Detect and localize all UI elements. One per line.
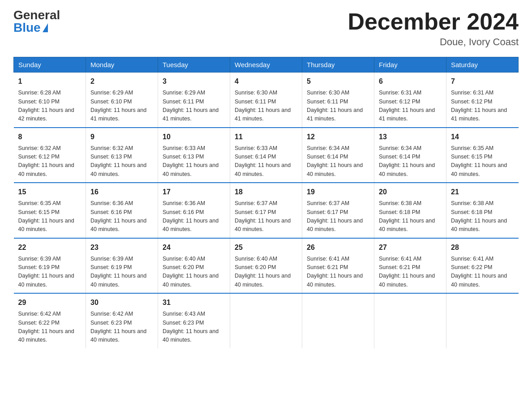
page-header: General Blue December 2024 Doue, Ivory C… — [13, 9, 519, 48]
day-number: 28 — [451, 242, 514, 253]
logo: General Blue — [13, 9, 60, 34]
day-info: Sunrise: 6:34 AMSunset: 6:14 PMDaylight:… — [379, 144, 442, 179]
day-number: 14 — [451, 132, 514, 142]
table-row: 29Sunrise: 6:42 AMSunset: 6:22 PMDayligh… — [14, 293, 86, 348]
table-row: 10Sunrise: 6:33 AMSunset: 6:13 PMDayligh… — [158, 128, 230, 183]
day-number: 16 — [90, 187, 153, 197]
day-number: 10 — [163, 132, 225, 142]
table-row: 28Sunrise: 6:41 AMSunset: 6:22 PMDayligh… — [446, 238, 519, 294]
table-row: 27Sunrise: 6:41 AMSunset: 6:21 PMDayligh… — [374, 238, 446, 294]
day-number: 20 — [379, 187, 442, 197]
day-number: 19 — [307, 187, 369, 197]
day-number: 30 — [90, 297, 153, 308]
day-number: 3 — [163, 76, 225, 87]
table-row — [446, 293, 519, 348]
day-number: 27 — [379, 242, 442, 253]
col-tuesday: Tuesday — [158, 57, 230, 73]
table-row: 25Sunrise: 6:40 AMSunset: 6:20 PMDayligh… — [230, 238, 302, 294]
day-number: 17 — [163, 187, 225, 197]
table-row: 22Sunrise: 6:39 AMSunset: 6:19 PMDayligh… — [14, 238, 86, 294]
day-number: 15 — [18, 187, 82, 197]
day-number: 2 — [90, 76, 153, 87]
day-number: 26 — [307, 242, 369, 253]
day-info: Sunrise: 6:38 AMSunset: 6:18 PMDaylight:… — [451, 199, 514, 234]
table-row: 26Sunrise: 6:41 AMSunset: 6:21 PMDayligh… — [302, 238, 374, 294]
day-info: Sunrise: 6:43 AMSunset: 6:23 PMDaylight:… — [163, 310, 225, 345]
day-number: 24 — [163, 242, 225, 253]
col-wednesday: Wednesday — [230, 57, 302, 73]
day-info: Sunrise: 6:31 AMSunset: 6:12 PMDaylight:… — [379, 89, 442, 124]
day-number: 22 — [18, 242, 82, 253]
day-number: 9 — [90, 132, 153, 142]
table-row: 23Sunrise: 6:39 AMSunset: 6:19 PMDayligh… — [86, 238, 158, 294]
day-info: Sunrise: 6:37 AMSunset: 6:17 PMDaylight:… — [235, 199, 297, 234]
day-number: 7 — [451, 76, 514, 87]
table-row: 3Sunrise: 6:29 AMSunset: 6:11 PMDaylight… — [158, 73, 230, 128]
day-number: 23 — [90, 242, 153, 253]
day-info: Sunrise: 6:31 AMSunset: 6:12 PMDaylight:… — [451, 89, 514, 124]
day-number: 6 — [379, 76, 442, 87]
logo-triangle-icon — [43, 23, 48, 32]
day-info: Sunrise: 6:37 AMSunset: 6:17 PMDaylight:… — [307, 199, 369, 234]
logo-general-text: General — [13, 9, 60, 21]
day-info: Sunrise: 6:33 AMSunset: 6:13 PMDaylight:… — [163, 144, 225, 179]
calendar-week-row: 8Sunrise: 6:32 AMSunset: 6:12 PMDaylight… — [14, 128, 519, 183]
calendar-week-row: 15Sunrise: 6:35 AMSunset: 6:15 PMDayligh… — [14, 183, 519, 238]
day-number: 11 — [235, 132, 297, 142]
table-row — [374, 293, 446, 348]
table-row: 21Sunrise: 6:38 AMSunset: 6:18 PMDayligh… — [446, 183, 519, 238]
day-info: Sunrise: 6:33 AMSunset: 6:14 PMDaylight:… — [235, 144, 297, 179]
calendar-week-row: 22Sunrise: 6:39 AMSunset: 6:19 PMDayligh… — [14, 238, 519, 294]
day-number: 12 — [307, 132, 369, 142]
table-row: 7Sunrise: 6:31 AMSunset: 6:12 PMDaylight… — [446, 73, 519, 128]
table-row: 9Sunrise: 6:32 AMSunset: 6:13 PMDaylight… — [86, 128, 158, 183]
day-info: Sunrise: 6:32 AMSunset: 6:13 PMDaylight:… — [90, 144, 153, 179]
col-friday: Friday — [374, 57, 446, 73]
day-info: Sunrise: 6:39 AMSunset: 6:19 PMDaylight:… — [18, 255, 82, 290]
day-number: 4 — [235, 76, 297, 87]
day-info: Sunrise: 6:32 AMSunset: 6:12 PMDaylight:… — [18, 144, 82, 179]
day-info: Sunrise: 6:39 AMSunset: 6:19 PMDaylight:… — [90, 255, 153, 290]
day-info: Sunrise: 6:28 AMSunset: 6:10 PMDaylight:… — [18, 89, 82, 124]
col-saturday: Saturday — [446, 57, 519, 73]
table-row: 15Sunrise: 6:35 AMSunset: 6:15 PMDayligh… — [14, 183, 86, 238]
table-row: 11Sunrise: 6:33 AMSunset: 6:14 PMDayligh… — [230, 128, 302, 183]
subtitle: Doue, Ivory Coast — [348, 36, 519, 48]
calendar-table: Sunday Monday Tuesday Wednesday Thursday… — [13, 57, 519, 348]
day-number: 8 — [18, 132, 82, 142]
title-block: December 2024 Doue, Ivory Coast — [348, 9, 519, 48]
table-row: 8Sunrise: 6:32 AMSunset: 6:12 PMDaylight… — [14, 128, 86, 183]
table-row: 18Sunrise: 6:37 AMSunset: 6:17 PMDayligh… — [230, 183, 302, 238]
table-row: 12Sunrise: 6:34 AMSunset: 6:14 PMDayligh… — [302, 128, 374, 183]
day-info: Sunrise: 6:40 AMSunset: 6:20 PMDaylight:… — [163, 255, 225, 290]
day-info: Sunrise: 6:30 AMSunset: 6:11 PMDaylight:… — [307, 89, 369, 124]
table-row: 24Sunrise: 6:40 AMSunset: 6:20 PMDayligh… — [158, 238, 230, 294]
day-info: Sunrise: 6:29 AMSunset: 6:10 PMDaylight:… — [90, 89, 153, 124]
table-row: 13Sunrise: 6:34 AMSunset: 6:14 PMDayligh… — [374, 128, 446, 183]
table-row: 17Sunrise: 6:36 AMSunset: 6:16 PMDayligh… — [158, 183, 230, 238]
table-row: 19Sunrise: 6:37 AMSunset: 6:17 PMDayligh… — [302, 183, 374, 238]
day-info: Sunrise: 6:34 AMSunset: 6:14 PMDaylight:… — [307, 144, 369, 179]
table-row: 6Sunrise: 6:31 AMSunset: 6:12 PMDaylight… — [374, 73, 446, 128]
logo-blue-text: Blue — [13, 21, 48, 34]
day-number: 1 — [18, 76, 82, 87]
day-number: 18 — [235, 187, 297, 197]
table-row: 20Sunrise: 6:38 AMSunset: 6:18 PMDayligh… — [374, 183, 446, 238]
col-monday: Monday — [86, 57, 158, 73]
calendar-header-row: Sunday Monday Tuesday Wednesday Thursday… — [14, 57, 519, 73]
table-row: 31Sunrise: 6:43 AMSunset: 6:23 PMDayligh… — [158, 293, 230, 348]
day-number: 29 — [18, 297, 82, 308]
day-number: 13 — [379, 132, 442, 142]
day-info: Sunrise: 6:42 AMSunset: 6:22 PMDaylight:… — [18, 310, 82, 345]
page-title: December 2024 — [348, 9, 519, 34]
day-info: Sunrise: 6:35 AMSunset: 6:15 PMDaylight:… — [18, 199, 82, 234]
day-info: Sunrise: 6:41 AMSunset: 6:21 PMDaylight:… — [307, 255, 369, 290]
col-sunday: Sunday — [14, 57, 86, 73]
day-number: 31 — [163, 297, 225, 308]
col-thursday: Thursday — [302, 57, 374, 73]
day-info: Sunrise: 6:41 AMSunset: 6:22 PMDaylight:… — [451, 255, 514, 290]
table-row: 5Sunrise: 6:30 AMSunset: 6:11 PMDaylight… — [302, 73, 374, 128]
day-info: Sunrise: 6:42 AMSunset: 6:23 PMDaylight:… — [90, 310, 153, 345]
table-row — [302, 293, 374, 348]
day-info: Sunrise: 6:36 AMSunset: 6:16 PMDaylight:… — [90, 199, 153, 234]
